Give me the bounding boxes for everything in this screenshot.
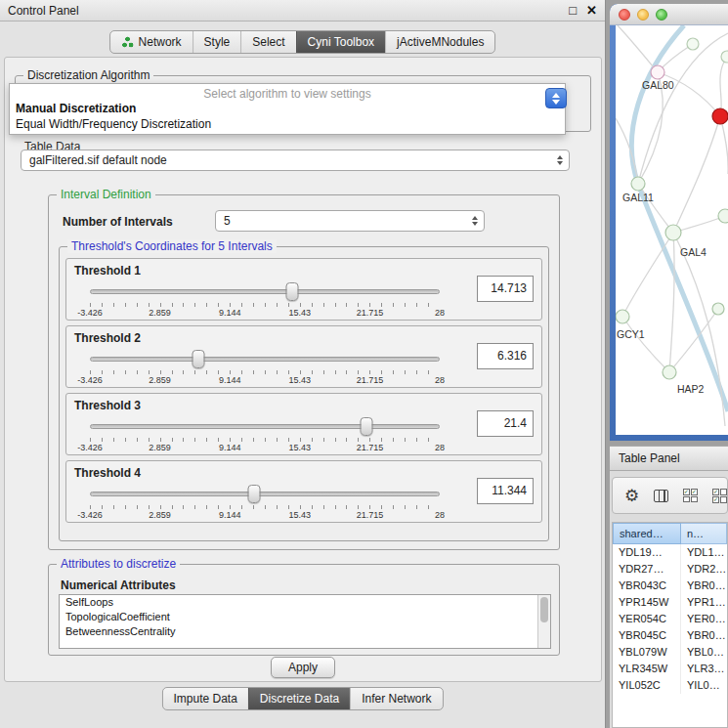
slider-thumb[interactable]	[192, 350, 204, 368]
table-row[interactable]: YDR27…YDR2…	[613, 561, 727, 578]
cell-name[interactable]: YER0…	[681, 611, 727, 627]
tab-jactivemnodules[interactable]: jActiveMNodules	[385, 31, 494, 53]
cell-shared-name[interactable]: YDL19…	[613, 544, 681, 561]
slider-thumb[interactable]	[285, 282, 298, 301]
cell-shared-name[interactable]: YBR043C	[613, 578, 681, 594]
tab-network[interactable]: Network	[110, 31, 193, 53]
scrollbar-thumb[interactable]	[540, 597, 548, 622]
node-attribute-table[interactable]: shared… n… YDL19…YDL1…YDR27…YDR2…YBR043C…	[612, 522, 728, 728]
number-of-intervals-select[interactable]: 5	[215, 210, 485, 232]
network-edge[interactable]	[673, 116, 720, 233]
dropdown-item-manual-discretization[interactable]: Manual Discretization	[10, 101, 565, 116]
cell-shared-name[interactable]: YIL052C	[613, 677, 681, 694]
cell-name[interactable]: YBR0…	[681, 627, 727, 644]
algorithm-dropdown-list: Select algorithm to view settingsManual …	[10, 84, 565, 132]
cell-name[interactable]: YBR0…	[681, 578, 727, 594]
tab-infer-network[interactable]: Infer Network	[350, 688, 442, 709]
network-node[interactable]	[651, 65, 664, 79]
threshold-value-field-3[interactable]: 21.4	[477, 410, 534, 437]
slider-thumb[interactable]	[248, 485, 261, 503]
slider-track[interactable]	[90, 492, 440, 496]
network-node[interactable]	[631, 177, 645, 191]
slider-track[interactable]	[90, 357, 440, 362]
show-columns-icon[interactable]	[654, 490, 667, 502]
cell-name[interactable]: YDR2…	[681, 561, 727, 578]
scale-tick-label: 9.144	[219, 308, 241, 318]
threshold-slider-2[interactable]: -3.4262.8599.14415.4321.71528	[90, 350, 440, 385]
threshold-slider-4[interactable]: -3.4262.8599.14415.4321.71528	[90, 485, 440, 520]
slider-thumb[interactable]	[360, 417, 372, 436]
network-node[interactable]	[616, 310, 629, 323]
unselect-all-columns-icon[interactable]: ✓✓	[712, 489, 727, 502]
tab-discretize-data[interactable]: Discretize Data	[248, 688, 350, 709]
network-node[interactable]	[712, 303, 724, 315]
network-node[interactable]	[721, 51, 728, 63]
tab-style[interactable]: Style	[193, 31, 241, 53]
column-header-shared-name[interactable]: shared…	[613, 523, 681, 544]
tab-cyni-toolbox[interactable]: Cyni Toolbox	[296, 31, 385, 53]
network-node[interactable]	[663, 365, 676, 379]
table-row[interactable]: YBR045CYBR0…	[613, 627, 727, 644]
numerical-attributes-list[interactable]: SelfLoopsTopologicalCoefficientBetweenne…	[59, 594, 551, 649]
threshold-slider-1[interactable]: -3.4262.8599.14415.4321.71528	[90, 282, 440, 318]
close-traffic-light-icon[interactable]	[619, 9, 630, 21]
cell-name[interactable]: YBL0…	[681, 644, 727, 661]
tab-select[interactable]: Select	[240, 31, 295, 53]
network-edge[interactable]	[638, 33, 728, 184]
dropdown-item-equal-width-frequency-discretization[interactable]: Equal Width/Frequency Discretization	[10, 116, 565, 132]
threshold-value-field-4[interactable]: 11.344	[477, 478, 534, 504]
table-row[interactable]: YPR145WYPR1…	[613, 594, 727, 611]
threshold-value-field-2[interactable]: 6.316	[477, 343, 534, 369]
threshold-slider-3[interactable]: -3.4262.8599.14415.4321.71528	[90, 417, 440, 452]
table-row[interactable]: YER054CYER0…	[613, 611, 727, 627]
cell-name[interactable]: YIL0…	[681, 677, 727, 694]
apply-button[interactable]: Apply	[271, 657, 335, 678]
cell-name[interactable]: YDL1…	[681, 544, 727, 561]
select-all-columns-icon[interactable]: ✓✓	[683, 489, 698, 502]
attribute-item-topologicalcoefficient[interactable]: TopologicalCoefficient	[60, 610, 550, 624]
network-node[interactable]	[687, 38, 699, 50]
cell-shared-name[interactable]: YLR345W	[613, 661, 681, 677]
cell-shared-name[interactable]: YDR27…	[613, 561, 681, 578]
table-row[interactable]: YDL19…YDL1…	[613, 544, 727, 561]
node-label-gal11: GAL11	[622, 192, 654, 203]
network-graph[interactable]: GAL80GAL11GAL4GCY1HAP2	[616, 25, 728, 435]
network-edge[interactable]	[720, 57, 727, 116]
network-edge[interactable]	[618, 25, 658, 72]
zoom-traffic-light-icon[interactable]	[656, 9, 667, 21]
attributes-list-scrollbar[interactable]	[537, 595, 550, 648]
attribute-item-betweennesscentrality[interactable]: BetweennessCentrality	[60, 624, 550, 639]
cell-shared-name[interactable]: YPR145W	[613, 594, 681, 611]
close-window-icon[interactable]: ✕	[586, 3, 597, 18]
slider-track[interactable]	[90, 424, 440, 429]
network-edge[interactable]	[622, 317, 669, 372]
network-node[interactable]	[665, 225, 681, 240]
algorithm-select-stepper[interactable]	[545, 88, 567, 108]
cell-name[interactable]: YPR1…	[681, 594, 727, 611]
table-data-select[interactable]: galFiltered.sif default node	[21, 150, 570, 171]
slider-track[interactable]	[90, 289, 440, 294]
network-edge[interactable]	[669, 233, 674, 372]
table-settings-gear-icon[interactable]: ⚙	[624, 488, 639, 504]
network-edge[interactable]	[622, 233, 673, 317]
attribute-item-selfloops[interactable]: SelfLoops	[60, 595, 550, 610]
table-row[interactable]: YBL079WYBL0…	[613, 644, 727, 661]
control-panel-window: Control Panel □ ✕ NetworkStyleSelectCyni…	[0, 0, 606, 728]
float-window-icon[interactable]: □	[569, 3, 577, 18]
network-node[interactable]	[712, 108, 728, 124]
network-node[interactable]	[718, 209, 728, 223]
table-row[interactable]: YBR043CYBR0…	[613, 578, 727, 594]
cell-shared-name[interactable]: YBL079W	[613, 644, 681, 661]
minimize-traffic-light-icon[interactable]	[637, 9, 649, 21]
threshold-value-field-1[interactable]: 14.713	[477, 276, 534, 302]
table-row[interactable]: YLR345WYLR3…	[613, 661, 727, 677]
network-canvas[interactable]: GAL80GAL11GAL4GCY1HAP2	[616, 25, 728, 435]
tab-impute-data[interactable]: Impute Data	[162, 688, 247, 709]
slider-ticks	[90, 370, 440, 374]
column-header-name[interactable]: n…	[681, 523, 727, 544]
network-edge[interactable]	[720, 116, 728, 174]
table-row[interactable]: YIL052CYIL0…	[613, 677, 727, 694]
cell-name[interactable]: YLR3…	[681, 661, 727, 677]
cell-shared-name[interactable]: YER054C	[613, 611, 681, 627]
cell-shared-name[interactable]: YBR045C	[613, 627, 681, 644]
